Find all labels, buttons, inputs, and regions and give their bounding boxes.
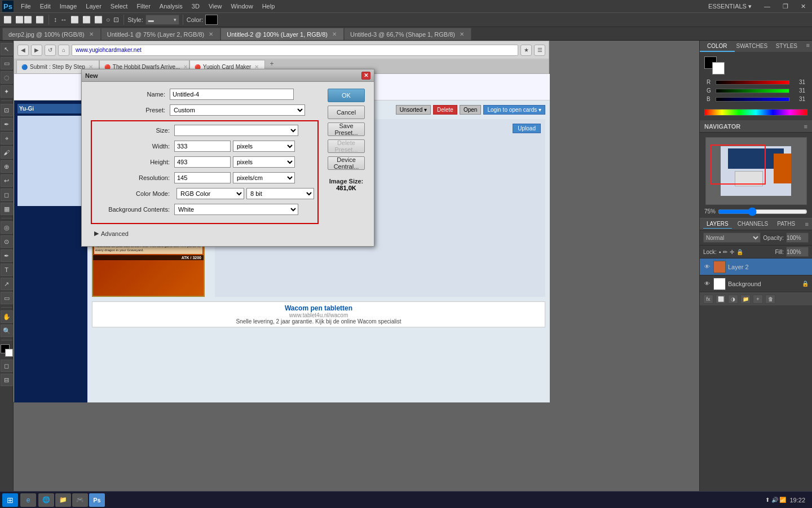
- tool-shape[interactable]: ▭: [1, 292, 13, 304]
- close-button[interactable]: ✕: [797, 2, 810, 11]
- resolution-input[interactable]: [174, 172, 231, 183]
- browser-settings[interactable]: ☰: [534, 45, 545, 56]
- tool-icon-8[interactable]: ⬜: [93, 15, 104, 25]
- tab-untitled1[interactable]: Untitled-1 @ 75% (Layer 2, RGB/8) ✕: [101, 28, 221, 40]
- upload-btn[interactable]: Upload: [513, 124, 541, 133]
- delete-preset-button[interactable]: Delete Preset...: [328, 139, 365, 153]
- menu-view[interactable]: View: [205, 2, 226, 11]
- tool-history[interactable]: ↩: [1, 174, 13, 187]
- new-layer-button[interactable]: +: [753, 295, 763, 304]
- ygo-login-btn[interactable]: Login to open cards ▾: [483, 105, 545, 115]
- layer-item-layer2[interactable]: 👁 Layer 2: [700, 259, 812, 275]
- tool-pen[interactable]: ✒: [1, 249, 13, 262]
- essentials-button[interactable]: ESSENTIALS ▾: [704, 2, 756, 11]
- b-slider[interactable]: [716, 97, 789, 102]
- browser-bookmark[interactable]: ★: [520, 45, 532, 56]
- opacity-input[interactable]: [786, 233, 809, 243]
- fg-bg-colors-widget[interactable]: [704, 56, 725, 75]
- fg-bg-colors[interactable]: [1, 344, 13, 357]
- tab-layers[interactable]: LAYERS: [703, 220, 732, 229]
- color-swatch[interactable]: [205, 15, 218, 25]
- tool-eraser[interactable]: ◻: [1, 189, 13, 201]
- group-button[interactable]: 📁: [740, 295, 751, 304]
- color-mode-select[interactable]: RGB Color: [176, 188, 244, 199]
- menu-analysis[interactable]: Analysis: [156, 2, 187, 11]
- fill-input[interactable]: [786, 247, 809, 257]
- tool-hand[interactable]: ✋: [1, 310, 13, 323]
- tool-clone[interactable]: ⊕: [1, 160, 13, 173]
- width-input[interactable]: [174, 141, 231, 152]
- color-bit-select[interactable]: 8 bit: [246, 188, 314, 199]
- tool-icon-5[interactable]: ↔: [59, 15, 68, 25]
- menu-3d[interactable]: 3D: [188, 2, 204, 11]
- tool-icon-10[interactable]: ⊡: [112, 15, 120, 25]
- background-color[interactable]: [712, 62, 725, 75]
- layers-menu[interactable]: ≡: [805, 221, 809, 227]
- lock-image[interactable]: ✏: [723, 249, 727, 255]
- tool-heal[interactable]: ⌖: [1, 132, 13, 144]
- tool-blur[interactable]: ◎: [1, 221, 13, 234]
- save-preset-button[interactable]: Save Preset...: [328, 122, 365, 136]
- tool-icon-2[interactable]: ⬜⬜: [14, 15, 33, 25]
- color-gradient-bar[interactable]: [704, 109, 807, 116]
- tab-untitled3[interactable]: Untitled-3 @ 66,7% (Shape 1, RGB/8) ✕: [344, 28, 471, 40]
- tool-type[interactable]: T: [1, 264, 13, 276]
- tool-icon-3[interactable]: ⬜: [34, 15, 45, 25]
- taskbar-ie[interactable]: e: [20, 493, 36, 507]
- canvas-area[interactable]: ◀ ▶ ↺ ⌂ ★ ☰ 🔵 Submit : Step By Step ✕ 🔴 …: [14, 41, 699, 493]
- advanced-row[interactable]: ▶ Advanced: [91, 227, 319, 239]
- blend-mode-select[interactable]: Normal: [703, 233, 761, 243]
- nav-zoom-slider[interactable]: [718, 209, 807, 214]
- lock-transparent[interactable]: ▪: [719, 249, 721, 255]
- tool-magic-wand[interactable]: ✦: [1, 85, 13, 98]
- tab-untitled2-close[interactable]: ✕: [331, 30, 338, 38]
- tool-screen-mode[interactable]: ⊟: [1, 374, 13, 386]
- ygo-delete-btn[interactable]: Delete: [433, 105, 457, 115]
- tool-brush[interactable]: 🖌: [1, 146, 13, 159]
- taskbar-chrome[interactable]: 🌐: [38, 493, 54, 507]
- tool-icon-4[interactable]: ↕: [52, 15, 58, 25]
- ygo-unsorted-btn[interactable]: Unsorted ▾: [396, 105, 431, 115]
- fx-button[interactable]: fx: [703, 295, 713, 304]
- tab-untitled3-close[interactable]: ✕: [458, 30, 465, 38]
- url-bar[interactable]: [72, 45, 518, 56]
- width-unit[interactable]: pixels: [233, 141, 295, 152]
- tool-icon-6[interactable]: ⬜: [69, 15, 80, 25]
- add-mask-button[interactable]: ⬜: [716, 295, 726, 304]
- nav-viewport-rect[interactable]: [710, 144, 766, 185]
- browser-home[interactable]: ⌂: [58, 45, 69, 56]
- color-panel-menu[interactable]: ≡: [804, 41, 812, 52]
- restore-button[interactable]: ❐: [779, 2, 792, 11]
- tool-icon-9[interactable]: ○: [105, 15, 111, 25]
- adjustment-button[interactable]: ◑: [728, 295, 738, 304]
- taskbar-folder[interactable]: 📁: [55, 493, 71, 507]
- tool-crop[interactable]: ⊡: [1, 104, 13, 116]
- device-central-button[interactable]: Device Central...: [328, 156, 365, 170]
- tab-styles[interactable]: STYLES: [769, 41, 804, 52]
- tab-derp2[interactable]: derp2.jpg @ 100% (RGB/8) ✕: [2, 28, 101, 40]
- tool-dodge[interactable]: ⊙: [1, 235, 13, 248]
- lock-position[interactable]: ✛: [730, 249, 734, 255]
- browser-forward[interactable]: ▶: [31, 45, 42, 56]
- style-selector[interactable]: ▬ ▾: [145, 15, 179, 25]
- start-button[interactable]: ⊞: [2, 493, 18, 507]
- tab-swatches[interactable]: SWATCHES: [735, 41, 770, 52]
- resolution-unit[interactable]: pixels/cm: [233, 172, 295, 183]
- cancel-button[interactable]: Cancel: [328, 106, 365, 119]
- tool-icon-1[interactable]: ⬜: [2, 15, 13, 25]
- tool-eyedropper[interactable]: ✒: [1, 118, 13, 130]
- tool-selection[interactable]: ▭: [1, 57, 13, 69]
- navigator-menu[interactable]: ≡: [804, 123, 807, 130]
- tool-gradient[interactable]: ▦: [1, 203, 13, 215]
- menu-layer[interactable]: Layer: [82, 2, 105, 11]
- tool-move[interactable]: ↖: [1, 43, 13, 55]
- layer2-visibility[interactable]: 👁: [703, 263, 711, 271]
- menu-window[interactable]: Window: [227, 2, 257, 11]
- g-slider[interactable]: [716, 89, 789, 93]
- ygo-open-btn[interactable]: Open: [460, 105, 481, 115]
- tab-paths[interactable]: PATHS: [774, 220, 798, 229]
- tab-derp2-close[interactable]: ✕: [88, 30, 95, 38]
- menu-file[interactable]: File: [17, 2, 35, 11]
- tool-icon-7[interactable]: ⬜: [81, 15, 92, 25]
- tab-untitled2[interactable]: Untitled-2 @ 100% (Layer 1, RGB/8) ✕: [220, 28, 344, 40]
